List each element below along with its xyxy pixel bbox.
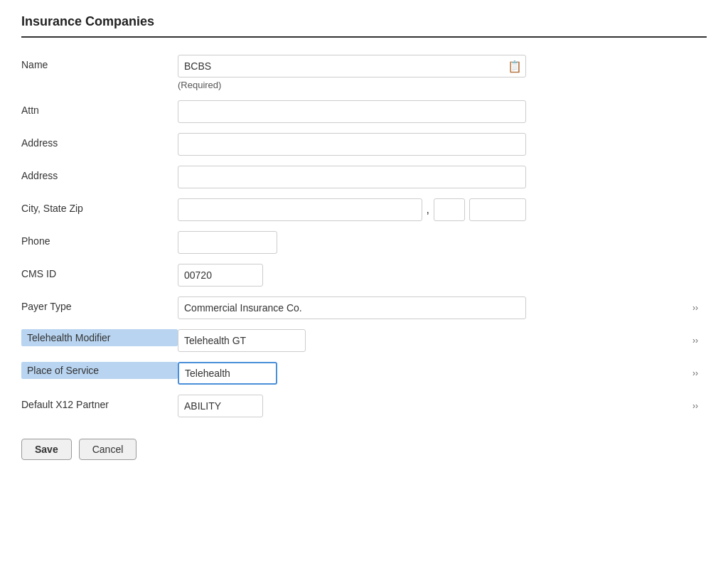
page-container: Insurance Companies Name 📋 (Required) At… [0,0,728,583]
telehealth-modifier-label: Telehealth Modifier [21,329,178,346]
phone-label: Phone [21,231,178,247]
address2-input[interactable] [178,166,526,188]
list-icon: 📋 [508,60,522,73]
payer-type-select-wrapper: Commercial Insurance Co. Medicare Medica… [178,296,704,319]
telehealth-modifier-select-wrapper: Telehealth GT Telehealth GQ None ›› [178,329,704,352]
place-of-service-chevron-icon: ›› [692,368,698,378]
name-required-hint: (Required) [178,80,704,90]
city-input[interactable] [178,198,422,221]
place-of-service-field: Telehealth Office Home Other ›› [178,362,704,385]
city-state-zip-group: , [178,198,526,221]
address2-row: Address [21,166,704,188]
name-label: Name [21,55,178,70]
page-title: Insurance Companies [21,14,707,38]
cms-id-input[interactable] [178,264,263,287]
button-row: Save Cancel [21,439,704,460]
default-x12-select[interactable]: ABILITY Other [178,395,263,417]
phone-input[interactable] [178,231,277,254]
attn-input[interactable] [178,100,526,123]
form-container: Name 📋 (Required) Attn Address [21,55,704,460]
name-input[interactable] [178,55,526,77]
cms-id-label: CMS ID [21,264,178,279]
telehealth-modifier-select[interactable]: Telehealth GT Telehealth GQ None [178,329,306,352]
place-of-service-select-wrapper: Telehealth Office Home Other ›› [178,362,704,385]
place-of-service-row: Place of Service Telehealth Office Home … [21,362,704,385]
cms-id-field [178,264,704,287]
telehealth-modifier-field: Telehealth GT Telehealth GQ None ›› [178,329,704,352]
comma-separator: , [427,203,429,216]
payer-type-label: Payer Type [21,296,178,312]
state-input[interactable] [434,198,465,221]
city-state-zip-label: City, State Zip [21,198,178,214]
name-row: Name 📋 (Required) [21,55,704,90]
place-of-service-select[interactable]: Telehealth Office Home Other [178,362,277,385]
default-x12-select-wrapper: ABILITY Other ›› [178,395,704,417]
payer-type-select[interactable]: Commercial Insurance Co. Medicare Medica… [178,296,526,319]
address2-label: Address [21,166,178,181]
city-state-zip-field: , [178,198,704,221]
address2-field [178,166,704,188]
payer-type-chevron-icon: ›› [692,303,698,313]
cancel-button[interactable]: Cancel [79,439,137,460]
attn-row: Attn [21,100,704,123]
phone-field [178,231,704,254]
telehealth-modifier-chevron-icon: ›› [692,336,698,346]
attn-field [178,100,704,123]
telehealth-modifier-row: Telehealth Modifier Telehealth GT Telehe… [21,329,704,352]
payer-type-row: Payer Type Commercial Insurance Co. Medi… [21,296,704,319]
city-state-zip-row: City, State Zip , [21,198,704,221]
attn-label: Attn [21,100,178,116]
address1-row: Address [21,133,704,156]
default-x12-field: ABILITY Other ›› [178,395,704,417]
name-input-wrapper: 📋 [178,55,526,77]
place-of-service-label: Place of Service [21,362,178,379]
default-x12-label: Default X12 Partner [21,395,178,410]
address1-label: Address [21,133,178,149]
phone-row: Phone [21,231,704,254]
name-field: 📋 (Required) [178,55,704,90]
cms-id-row: CMS ID [21,264,704,287]
save-button[interactable]: Save [21,439,72,460]
zip-input[interactable] [469,198,526,221]
payer-type-field: Commercial Insurance Co. Medicare Medica… [178,296,704,319]
default-x12-row: Default X12 Partner ABILITY Other ›› [21,395,704,417]
address1-input[interactable] [178,133,526,156]
address1-field [178,133,704,156]
default-x12-chevron-icon: ›› [692,401,698,411]
